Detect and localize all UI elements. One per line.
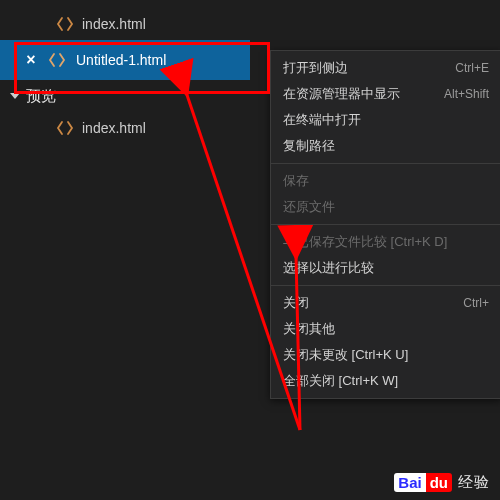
baidu-logo: Baidu xyxy=(394,473,452,492)
workspace-section-header[interactable]: 预览 xyxy=(0,80,250,112)
menu-close-unmodified[interactable]: 关闭未更改 [Ctrl+K U] xyxy=(271,342,500,368)
chevron-down-icon xyxy=(10,93,20,99)
menu-close[interactable]: 关闭 Ctrl+ xyxy=(271,290,500,316)
code-brackets-icon xyxy=(56,119,74,137)
menu-reveal-in-explorer[interactable]: 在资源管理器中显示 Alt+Shift xyxy=(271,81,500,107)
code-brackets-icon xyxy=(48,51,66,69)
close-icon[interactable]: × xyxy=(24,52,38,68)
menu-close-all[interactable]: 全部关闭 [Ctrl+K W] xyxy=(271,368,500,394)
menu-open-in-terminal[interactable]: 在终端中打开 xyxy=(271,107,500,133)
menu-compare-with-saved: 与已保存文件比较 [Ctrl+K D] xyxy=(271,229,500,255)
watermark: Baidu 经验 xyxy=(394,473,490,492)
tab-context-menu: 打开到侧边 Ctrl+E 在资源管理器中显示 Alt+Shift 在终端中打开 … xyxy=(270,50,500,399)
menu-revert-file: 还原文件 xyxy=(271,194,500,220)
menu-separator xyxy=(271,285,500,286)
open-editor-item[interactable]: index.html xyxy=(0,8,250,40)
menu-save: 保存 xyxy=(271,168,500,194)
code-brackets-icon xyxy=(56,15,74,33)
file-tree-label: index.html xyxy=(82,120,146,136)
watermark-brand: 经验 xyxy=(458,473,490,492)
menu-separator xyxy=(271,224,500,225)
explorer-sidebar: index.html × Untitled-1.html 预览 index.ht… xyxy=(0,0,250,144)
menu-open-to-side[interactable]: 打开到侧边 Ctrl+E xyxy=(271,55,500,81)
menu-select-for-compare[interactable]: 选择以进行比较 xyxy=(271,255,500,281)
active-editor-label: Untitled-1.html xyxy=(76,52,166,68)
menu-separator xyxy=(271,163,500,164)
active-editor-tab[interactable]: × Untitled-1.html xyxy=(0,40,250,80)
file-tree-item[interactable]: index.html xyxy=(0,112,250,144)
menu-copy-path[interactable]: 复制路径 xyxy=(271,133,500,159)
workspace-section-title: 预览 xyxy=(26,87,56,106)
menu-close-others[interactable]: 关闭其他 xyxy=(271,316,500,342)
open-editor-label: index.html xyxy=(82,16,146,32)
